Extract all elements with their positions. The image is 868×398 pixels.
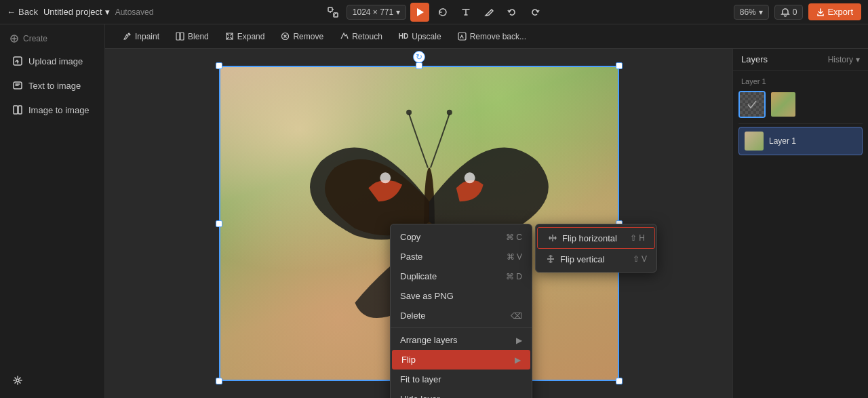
text-to-image-label: Text to image [28,81,81,91]
chevron-down-icon: ▾ [105,7,110,17]
create-icon [9,34,19,43]
flip-horizontal-shortcut: ⇧ H [630,233,645,243]
remove-back-label: Remove back... [470,32,526,41]
blend-icon [176,32,184,41]
create-label-text: Create [23,34,47,43]
flip-vertical-label: Flip vertical [560,254,605,264]
topbar-right: 86% ▾ 0 Export [550,3,861,20]
image-to-image-button[interactable]: Image to image [5,99,99,121]
text-to-image-icon [12,80,23,91]
zoom-level-text: 86% [740,7,756,17]
handle-middle-left[interactable] [216,220,222,227]
handle-top-middle[interactable] [416,62,422,69]
ctx-arrange-layers-label: Arrange layers [400,335,458,345]
ctx-paste[interactable]: Paste ⌘ V [391,247,532,266]
ctx-delete-label: Delete [400,311,426,321]
resize-icon[interactable] [323,3,342,22]
thumbnail-checkered[interactable] [738,91,766,118]
expand-icon [225,32,234,41]
notification-count: 0 [793,7,797,17]
svg-rect-10 [180,33,184,40]
ctx-copy-shortcut: ⌘ C [506,233,522,242]
expand-button[interactable]: Expand [218,29,272,44]
flip-horizontal-item[interactable]: Flip horizontal ⇧ H [537,227,655,249]
topbar-center: 1024 × 771 ▾ [323,3,545,22]
svg-point-8 [16,379,19,382]
inpaint-button[interactable]: Inpaint [116,29,166,44]
rotate-handle[interactable]: ↻ [413,51,425,63]
layer-thumbnails [738,91,863,118]
play-icon[interactable] [410,3,429,22]
ctx-delete[interactable]: Delete ⌫ [391,306,532,325]
upscale-button[interactable]: HD Upscale [392,29,448,44]
topbar: ← Back Untitled project ▾ Autosaved 1024… [0,0,868,24]
back-label: Back [18,7,38,17]
canvas-right-split: ↻ Copy ⌘ C Past [105,49,868,398]
history-label: History [828,55,853,64]
sidebar-create-label: Create [5,31,99,46]
text-icon[interactable] [456,3,475,22]
flip-vertical-item[interactable]: Flip vertical ⇧ V [536,249,656,269]
settings-button[interactable] [5,370,99,391]
ctx-duplicate[interactable]: Duplicate ⌘ D [391,266,532,286]
history-chevron: ▾ [856,55,860,64]
panel-header: Layers History ▾ [733,49,868,71]
history-tab[interactable]: History ▾ [828,55,860,64]
zoom-chevron: ▾ [759,7,763,17]
thumbnail-butterfly[interactable] [770,91,797,118]
remove-background-button[interactable]: Remove back... [451,29,533,44]
layers-tab[interactable]: Layers [741,54,768,64]
context-menu: Copy ⌘ C Paste ⌘ V Duplicate ⌘ D Save as… [390,224,532,398]
canvas-size-button[interactable]: 1024 × 771 ▾ [347,5,406,20]
canvas-area[interactable]: ↻ Copy ⌘ C Past [105,49,732,398]
remove-background-icon [458,32,467,41]
ctx-hide-layer[interactable]: Hide layer [391,389,532,398]
layer-entry[interactable]: Layer 1 [738,127,863,155]
flip-horizontal-label: Flip horizontal [562,233,617,243]
redo-icon[interactable] [526,3,545,22]
layer-thumbnail-small [745,132,764,151]
blend-button[interactable]: Blend [169,29,216,44]
check-icon [745,98,759,111]
ctx-copy[interactable]: Copy ⌘ C [391,227,532,247]
flip-vertical-shortcut: ⇧ V [633,254,647,264]
upload-image-button[interactable]: Upload image [5,50,99,72]
back-button[interactable]: ← Back [7,7,38,17]
remove-label: Remove [293,32,323,41]
ctx-save-png[interactable]: Save as PNG [391,286,532,306]
handle-top-right[interactable] [616,62,623,69]
ctx-save-png-label: Save as PNG [400,291,454,301]
inpaint-icon [123,32,132,41]
remove-button[interactable]: Remove [274,29,330,44]
undo-icon[interactable] [502,3,521,22]
canvas-size-chevron: ▾ [396,7,400,17]
svg-rect-0 [328,7,332,12]
back-arrow-icon: ← [7,7,16,17]
layer-name: Layer 1 [769,136,796,146]
autosaved-status: Autosaved [115,7,154,17]
main-layout: Create Upload image Text to image Image … [0,24,868,398]
svg-rect-6 [14,106,18,114]
handle-top-left[interactable] [216,62,222,69]
export-button[interactable]: Export [808,3,861,20]
ctx-duplicate-label: Duplicate [400,271,437,281]
ctx-flip[interactable]: Flip ▶ [392,350,530,370]
pen-icon[interactable] [479,3,498,22]
flip-submenu: Flip horizontal ⇧ H Flip vertical ⇧ V [535,224,657,273]
zoom-button[interactable]: 86% ▾ [734,5,769,20]
notification-button[interactable]: 0 [774,5,804,20]
project-name[interactable]: Untitled project ▾ [43,7,110,17]
svg-rect-7 [18,106,22,114]
handle-bottom-left[interactable] [216,378,222,384]
retouch-button[interactable]: Retouch [333,29,389,44]
ctx-arrange-arrow: ▶ [516,336,522,345]
project-name-text: Untitled project [43,7,102,17]
settings-icon [12,375,23,386]
ctx-arrange-layers[interactable]: Arrange layers ▶ [391,330,532,350]
text-to-image-button[interactable]: Text to image [5,75,99,96]
refresh-icon[interactable] [433,3,452,22]
topbar-left: ← Back Untitled project ▾ Autosaved [7,7,318,17]
ctx-fit-to-layer[interactable]: Fit to layer [391,370,532,389]
ctx-paste-shortcut: ⌘ V [507,252,522,262]
handle-bottom-right[interactable] [616,378,623,384]
